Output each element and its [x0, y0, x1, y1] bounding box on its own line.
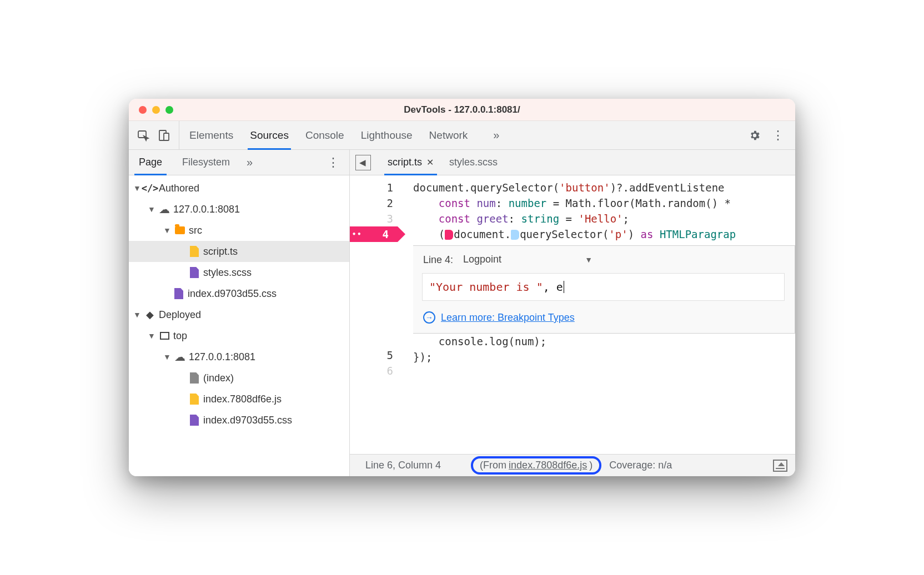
tree-label: index.d9703d55.css — [188, 288, 277, 300]
info-arrow-icon: → — [423, 311, 435, 324]
line-number: 3 — [350, 211, 393, 226]
cursor-position: Line 6, Column 4 — [358, 460, 449, 471]
logpoint-type-select[interactable]: Logpoint▼ — [463, 251, 592, 268]
source-map-origin-link[interactable]: index.7808df6e.js — [509, 460, 587, 471]
tab-network[interactable]: Network — [429, 121, 468, 149]
line-gutter[interactable]: 1 2 3 ••4 5 6 — [350, 175, 401, 454]
tree-label: Deployed — [159, 309, 201, 321]
close-window-button[interactable] — [139, 106, 147, 114]
tree-label: 127.0.0.1:8081 — [189, 351, 255, 363]
step-marker-icon — [511, 230, 519, 240]
close-icon[interactable]: ✕ — [426, 157, 434, 168]
tree-label: styles.scss — [203, 267, 252, 279]
tree-authored[interactable]: ▼ </> Authored — [129, 178, 349, 199]
tab-elements[interactable]: Elements — [189, 121, 233, 149]
js-file-icon — [189, 394, 200, 405]
editor-tab-bar: ◀ script.ts ✕ styles.scss — [350, 150, 795, 175]
logpoint-expression-input[interactable]: "Your number is ", e — [422, 273, 785, 301]
document-file-icon — [189, 372, 200, 384]
editor-tab-styles-scss[interactable]: styles.scss — [441, 150, 505, 175]
code-body[interactable]: document.querySelector('button')?.addEve… — [401, 175, 795, 454]
tree-label: top — [173, 330, 187, 342]
tree-label: script.ts — [203, 246, 238, 258]
css-file-icon — [189, 267, 200, 278]
tree-host-deployed[interactable]: ▼ ☁ 127.0.0.1:8081 — [129, 346, 349, 367]
tree-label: (index) — [203, 372, 234, 384]
tree-file-index-js[interactable]: index.7808df6e.js — [129, 389, 349, 410]
cloud-icon: ☁ — [159, 204, 170, 215]
source-map-origin[interactable]: (From index.7808df6e.js ) — [471, 456, 601, 475]
tree-label: index.7808df6e.js — [203, 394, 282, 405]
kebab-menu-icon[interactable]: ⋮ — [772, 128, 784, 143]
tree-file-styles-scss[interactable]: styles.scss — [129, 262, 349, 283]
navigator-tab-filesystem[interactable]: Filesystem — [172, 150, 240, 175]
cloud-icon: ☁ — [174, 351, 185, 362]
more-tabs-icon[interactable]: » — [484, 121, 508, 149]
editor-tab-label: script.ts — [388, 157, 422, 168]
svg-rect-2 — [164, 133, 169, 140]
logpoint-line-label: Line 4: — [423, 252, 453, 268]
line-number: 1 — [350, 180, 393, 195]
conditional-dots-icon: •• — [352, 226, 362, 242]
tree-label: 127.0.0.1:8081 — [173, 204, 240, 215]
panel-tabs: Elements Sources Console Lighthouse Netw… — [179, 121, 743, 149]
css-file-icon — [173, 288, 184, 299]
tree-label: index.d9703d55.css — [203, 415, 292, 426]
line-number: 5 — [350, 347, 393, 363]
devtools-window: DevTools - 127.0.0.1:8081/ Elements Sour… — [129, 99, 795, 476]
editor-tab-script-ts[interactable]: script.ts ✕ — [380, 150, 441, 175]
code-brackets-icon: </> — [144, 183, 155, 194]
tree-host-authored[interactable]: ▼ ☁ 127.0.0.1:8081 — [129, 199, 349, 220]
tree-file-index-css-2[interactable]: index.d9703d55.css — [129, 410, 349, 431]
learn-more-link[interactable]: Learn more: Breakpoint Types — [441, 310, 575, 325]
tree-deployed[interactable]: ▼ ◆ Deployed — [129, 304, 349, 325]
frame-icon — [159, 330, 170, 341]
tree-file-index[interactable]: (index) — [129, 367, 349, 389]
cube-icon: ◆ — [144, 309, 155, 320]
navigator-sidebar: Page Filesystem » ⋮ ▼ </> Authored ▼ ☁ 1… — [129, 150, 350, 476]
navigator-tabs: Page Filesystem » ⋮ — [129, 150, 349, 175]
inspect-element-icon[interactable] — [137, 129, 150, 142]
navigator-tab-page[interactable]: Page — [129, 150, 172, 175]
text-cursor — [564, 281, 564, 293]
tree-label: Authored — [159, 183, 199, 194]
gear-icon[interactable] — [749, 129, 761, 142]
traffic-lights — [139, 106, 173, 114]
drawer-toggle-icon[interactable] — [773, 460, 787, 472]
logpoint-editor: Line 4: Logpoint▼ "Your number is ", e →… — [413, 245, 795, 334]
tab-console[interactable]: Console — [305, 121, 344, 149]
device-controls — [129, 121, 179, 149]
editor-area: ◀ script.ts ✕ styles.scss 1 2 3 ••4 — [350, 150, 795, 476]
tree-top-frame[interactable]: ▼ top — [129, 325, 349, 346]
navigator-toggle-icon[interactable]: ◀ — [355, 155, 371, 170]
tree-folder-src[interactable]: ▼ src — [129, 220, 349, 241]
coverage-status: Coverage: n/a — [601, 460, 680, 471]
navigator-kebab-icon[interactable]: ⋮ — [317, 150, 349, 175]
breakpoint-marker-icon — [445, 230, 453, 240]
window-title: DevTools - 127.0.0.1:8081/ — [129, 104, 795, 115]
js-file-icon — [189, 246, 200, 257]
code-editor[interactable]: 1 2 3 ••4 5 6 document.querySelector('bu… — [350, 175, 795, 454]
zoom-window-button[interactable] — [165, 106, 173, 114]
file-tree: ▼ </> Authored ▼ ☁ 127.0.0.1:8081 ▼ src — [129, 175, 349, 476]
panel-tab-bar: Elements Sources Console Lighthouse Netw… — [129, 121, 795, 150]
navigator-more-icon[interactable]: » — [240, 150, 259, 175]
tree-file-script-ts[interactable]: script.ts — [129, 241, 349, 262]
titlebar: DevTools - 127.0.0.1:8081/ — [129, 99, 795, 121]
line-number-breakpoint[interactable]: ••4 — [350, 226, 393, 242]
editor-tab-label: styles.scss — [449, 157, 498, 168]
tab-lighthouse[interactable]: Lighthouse — [361, 121, 413, 149]
css-file-icon — [189, 415, 200, 426]
tree-file-index-css-1[interactable]: index.d9703d55.css — [129, 283, 349, 304]
line-number: 2 — [350, 195, 393, 211]
line-number: 6 — [350, 363, 393, 379]
tree-label: src — [189, 225, 202, 236]
editor-status-bar: Line 6, Column 4 (From index.7808df6e.js… — [350, 454, 795, 476]
chevron-down-icon: ▼ — [585, 255, 592, 264]
device-toggle-icon[interactable] — [158, 129, 171, 142]
folder-icon — [174, 225, 185, 236]
minimize-window-button[interactable] — [152, 106, 160, 114]
tab-sources[interactable]: Sources — [250, 121, 289, 149]
